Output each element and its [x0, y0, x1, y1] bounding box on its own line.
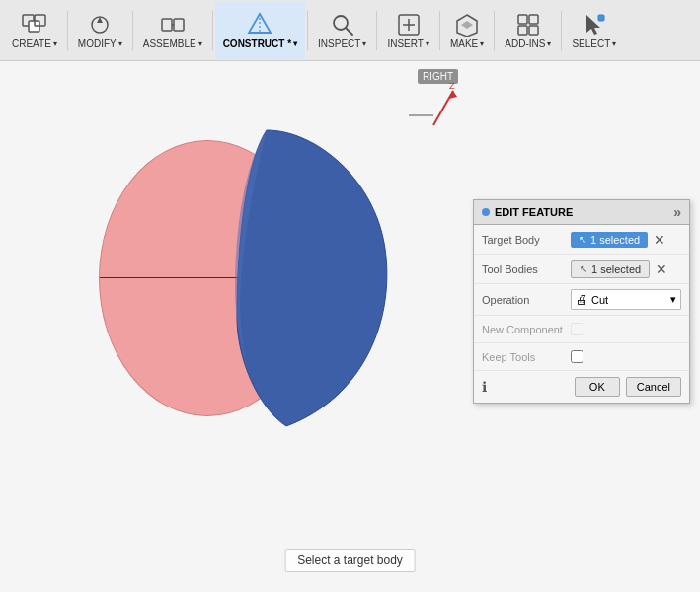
- keep-tools-row: Keep Tools: [474, 343, 689, 371]
- tool-bodies-badge[interactable]: ↖ 1 selected: [571, 260, 650, 278]
- new-component-label: New Component: [482, 324, 571, 335]
- operation-value: 🖨 Cut ▾: [571, 289, 681, 310]
- tool-bodies-value: ↖ 1 selected ✕: [571, 260, 681, 278]
- target-body-label: Target Body: [482, 234, 571, 246]
- inspect-icon: [329, 11, 356, 38]
- panel-header: EDIT FEATURE »: [474, 200, 689, 225]
- main-area: RIGHT Z Select a ta: [0, 61, 700, 592]
- svg-rect-20: [529, 26, 538, 35]
- target-body-value: ↖ 1 selected ✕: [571, 232, 681, 248]
- inspect-label: INSPECT▾: [318, 38, 366, 49]
- select-icon: [581, 11, 608, 38]
- panel-title: EDIT FEATURE: [495, 206, 573, 218]
- panel-expand-icon[interactable]: »: [673, 204, 681, 220]
- tool-bodies-count: 1 selected: [591, 263, 641, 275]
- target-body-clear[interactable]: ✕: [652, 232, 667, 248]
- construct-label: CONSTRUCT *▾: [223, 38, 297, 49]
- toolbar-create[interactable]: CREATE▾: [4, 2, 65, 59]
- tool-cursor-icon: ↖: [580, 263, 587, 274]
- operation-row: Operation 🖨 Cut ▾: [474, 284, 689, 316]
- insert-label: INSERT▾: [387, 38, 429, 49]
- status-text: Select a target body: [284, 549, 416, 572]
- info-icon[interactable]: ℹ: [482, 379, 487, 395]
- svg-rect-19: [518, 26, 527, 35]
- toolbar-assemble[interactable]: ASSEMBLE▾: [135, 2, 210, 59]
- operation-dropdown-arrow: ▾: [670, 293, 676, 306]
- operation-label: Operation: [482, 294, 571, 306]
- svg-rect-22: [598, 15, 604, 21]
- modify-label: MODIFY▾: [78, 38, 122, 49]
- assemble-label: ASSEMBLE▾: [143, 38, 202, 49]
- svg-text:Z: Z: [449, 81, 455, 91]
- target-body-count: 1 selected: [590, 234, 640, 246]
- toolbar-make[interactable]: MAKE▾: [442, 2, 492, 59]
- new-component-row: New Component: [474, 316, 689, 343]
- svg-rect-6: [174, 19, 184, 31]
- cursor-icon: ↖: [579, 234, 586, 245]
- create-label: CREATE▾: [12, 38, 57, 49]
- addins-label: ADD-INS▾: [505, 38, 551, 49]
- modify-icon: [86, 11, 114, 38]
- svg-line-23: [433, 91, 453, 125]
- target-body-badge[interactable]: ↖ 1 selected: [571, 232, 648, 248]
- svg-rect-18: [529, 15, 538, 24]
- assemble-icon: [159, 11, 187, 38]
- edit-feature-panel: EDIT FEATURE » Target Body ↖ 1 selected …: [473, 199, 690, 404]
- svg-line-11: [346, 28, 352, 35]
- toolbar-inspect[interactable]: INSPECT▾: [310, 2, 374, 59]
- shapes-area: [79, 120, 415, 495]
- tool-bodies-clear[interactable]: ✕: [654, 261, 669, 277]
- insert-icon: [395, 11, 423, 38]
- toolbar-select[interactable]: SELECT▾: [564, 2, 624, 59]
- toolbar-addins[interactable]: ADD-INS▾: [497, 2, 559, 59]
- panel-footer: ℹ OK Cancel: [474, 371, 689, 403]
- operation-value-text: Cut: [591, 294, 608, 306]
- toolbar-construct[interactable]: CONSTRUCT *▾: [215, 2, 305, 59]
- toolbar-modify[interactable]: MODIFY▾: [70, 2, 130, 59]
- toolbar-insert[interactable]: INSERT▾: [379, 2, 437, 59]
- select-label: SELECT▾: [572, 38, 616, 49]
- ok-button[interactable]: OK: [575, 377, 620, 397]
- construct-icon: [246, 11, 273, 38]
- operation-select[interactable]: 🖨 Cut ▾: [571, 289, 681, 310]
- keep-tools-checkbox[interactable]: [571, 350, 583, 363]
- addins-icon: [514, 11, 542, 38]
- tool-bodies-label: Tool Bodies: [482, 263, 571, 275]
- new-component-checkbox[interactable]: [571, 323, 583, 335]
- target-body-row: Target Body ↖ 1 selected ✕: [474, 225, 689, 255]
- operation-icon: 🖨: [576, 292, 588, 307]
- make-icon: [453, 11, 481, 38]
- make-label: MAKE▾: [450, 38, 484, 49]
- keep-tools-label: Keep Tools: [482, 351, 571, 363]
- svg-marker-16: [461, 21, 473, 29]
- tool-bodies-row: Tool Bodies ↖ 1 selected ✕: [474, 255, 689, 284]
- svg-rect-17: [518, 15, 527, 24]
- toolbar: CREATE▾ MODIFY▾ ASSEMBLE▾: [0, 0, 700, 61]
- create-icon: [21, 11, 48, 38]
- panel-indicator: [482, 208, 490, 216]
- cancel-button[interactable]: Cancel: [626, 377, 681, 397]
- svg-rect-5: [162, 19, 172, 31]
